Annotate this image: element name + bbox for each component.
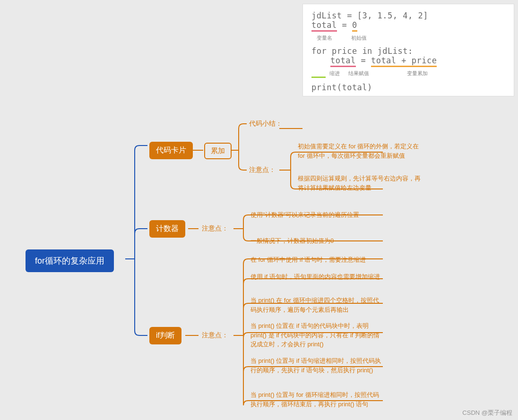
label-accumulate-notes: 注意点：	[249, 166, 276, 174]
leaf-if-5: 当 print() 位置与 if 语句缩进相同时，按照代码执行的顺序，先执行 i…	[250, 356, 383, 375]
leaf-acc-2: 根据四则运算规则，先计算等号右边内容，再将计算结果赋值给左边变量	[298, 174, 425, 192]
leaf-if-2: 使用 if 语句时，语句里面的内容也需要增加缩进	[250, 272, 383, 282]
branch-code-card: 代码卡片	[149, 142, 193, 159]
code-line-3: for price in jdList:	[311, 46, 505, 56]
branch-if: if判断	[149, 327, 181, 344]
leaf-if-4: 当 print() 位置在 if 语句的代码块中时，表明 print() 是 i…	[250, 321, 383, 349]
leaf-if-6: 当 print() 位置与 for 循环缩进相同时，按照代码执行顺序，循环结束后…	[250, 390, 383, 409]
code-line-1: jdList = [3, 1.5, 4, 2]	[311, 11, 505, 20]
label-code-summary: 代码小结：	[249, 120, 282, 128]
leaf-acc-1: 初始值需要定义在 for 循环的外侧，若定义在 for 循环中，每次循环变量都会…	[298, 142, 425, 160]
code-line-2: total = 0	[311, 20, 505, 32]
code-line-4: total = total + price	[311, 56, 505, 67]
leaf-if-3: 当 print() 在 for 循环中缩进四个空格时，按照代码执行顺序，遍历每个…	[250, 296, 383, 314]
root-node: for循环的复杂应用	[26, 249, 114, 272]
code-card: jdList = [3, 1.5, 4, 2] total = 0 变量名初始值…	[302, 4, 514, 96]
subbranch-accumulate: 累加	[204, 143, 232, 159]
branch-counter: 计数器	[149, 220, 185, 238]
leaf-cnt-2: 一般情况下，计数器初始值为0	[250, 236, 383, 246]
watermark: CSDN @栗子编程	[462, 409, 512, 417]
label-if-notes: 注意点：	[202, 331, 228, 340]
leaf-if-1: 在 for 循环中使用 if 语句时，需要注意缩进	[250, 255, 383, 265]
code-anno-row-2: 缩进结果赋值变量累加	[311, 67, 505, 83]
leaf-cnt-1: 使用"计数器"可以来记录当前的遍历位置	[250, 210, 383, 220]
label-counter-notes: 注意点：	[202, 224, 228, 233]
code-anno-row-1: 变量名初始值	[311, 32, 505, 46]
code-line-5: print(total)	[311, 83, 505, 92]
